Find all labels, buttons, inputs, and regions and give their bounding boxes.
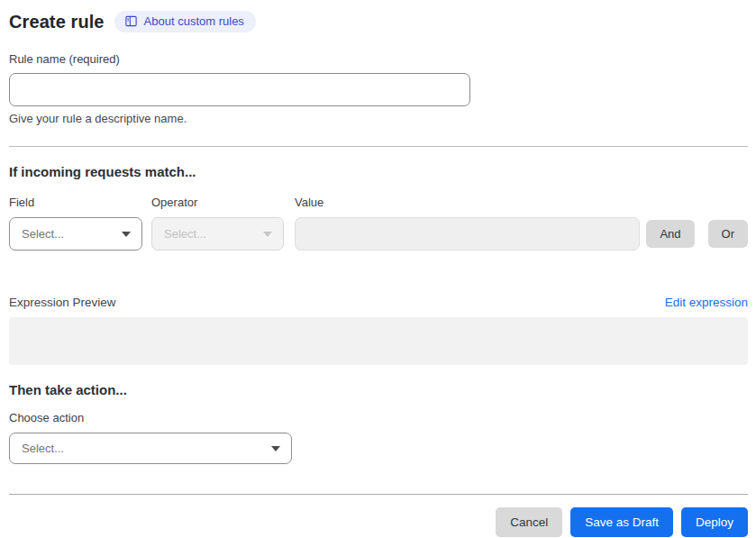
footer-actions: Cancel Save as Draft Deploy	[9, 507, 748, 537]
conjunction-buttons: And Or	[646, 220, 748, 251]
about-custom-rules-badge[interactable]: About custom rules	[114, 11, 256, 32]
choose-action-label: Choose action	[9, 411, 748, 424]
create-rule-form: Create rule About custom rules Rule name…	[0, 0, 756, 537]
value-label: Value	[295, 196, 640, 209]
field-label: Field	[9, 196, 142, 209]
value-column: Value	[295, 196, 640, 251]
operator-column: Operator Select...	[151, 196, 284, 251]
page-title: Create rule	[9, 12, 105, 32]
edit-expression-link[interactable]: Edit expression	[665, 296, 748, 309]
cancel-button[interactable]: Cancel	[496, 507, 562, 537]
field-select-value: Select...	[22, 227, 64, 241]
rule-name-label: Rule name (required)	[9, 52, 120, 66]
expression-preview-header: Expression Preview Edit expression	[9, 296, 748, 309]
chevron-down-icon	[263, 232, 272, 237]
deploy-button[interactable]: Deploy	[681, 507, 748, 537]
and-button[interactable]: And	[646, 220, 694, 248]
chevron-down-icon	[122, 232, 131, 237]
expression-preview-box	[9, 317, 748, 365]
save-as-draft-button[interactable]: Save as Draft	[570, 507, 673, 537]
divider	[9, 494, 748, 495]
action-section-heading: Then take action...	[9, 382, 748, 397]
field-select[interactable]: Select...	[9, 217, 142, 251]
header: Create rule About custom rules	[9, 11, 748, 32]
expression-preview-label: Expression Preview	[9, 296, 116, 309]
rule-name-helper-text: Give your rule a descriptive name.	[9, 112, 748, 125]
match-condition-row: Field Select... Operator Select... Value…	[9, 196, 748, 251]
divider	[9, 146, 748, 147]
value-input[interactable]	[295, 217, 640, 251]
rule-name-section: Rule name (required) Give your rule a de…	[9, 50, 748, 125]
operator-label: Operator	[151, 196, 284, 209]
choose-action-select[interactable]: Select...	[9, 433, 292, 464]
about-badge-label: About custom rules	[144, 14, 244, 28]
rule-name-input[interactable]	[9, 73, 470, 106]
field-column: Field Select...	[9, 196, 142, 251]
operator-select[interactable]: Select...	[151, 217, 284, 251]
or-button[interactable]: Or	[708, 220, 748, 248]
choose-action-select-value: Select...	[22, 442, 64, 455]
operator-select-value: Select...	[164, 227, 206, 241]
chevron-down-icon	[271, 446, 280, 451]
match-section-heading: If incoming requests match...	[9, 164, 748, 179]
book-icon	[124, 14, 138, 28]
